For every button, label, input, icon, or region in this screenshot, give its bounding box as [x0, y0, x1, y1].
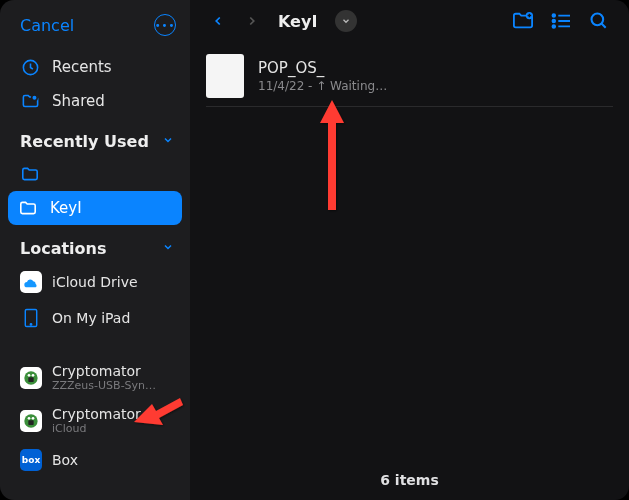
- location-sublabel: iCloud: [52, 422, 141, 435]
- svg-point-10: [28, 417, 31, 420]
- svg-point-13: [552, 14, 555, 17]
- folder-icon: [20, 164, 40, 184]
- location-label: Cryptomator: [52, 363, 156, 379]
- file-meta: 11/4/22 - ↑ Waiting…: [258, 79, 387, 93]
- box-icon: box: [20, 449, 42, 471]
- new-folder-button[interactable]: [509, 11, 537, 31]
- sidebar-item-recents[interactable]: Recents: [0, 50, 190, 84]
- search-button[interactable]: [585, 11, 613, 31]
- location-sublabel: ZZZeus-USB-Syn…: [52, 379, 156, 392]
- svg-line-20: [602, 24, 606, 28]
- chevron-down-icon: [162, 134, 174, 149]
- sidebar-item-label: Shared: [52, 92, 105, 110]
- section-header-recently-used[interactable]: Recently Used: [0, 118, 190, 157]
- svg-point-7: [32, 374, 35, 377]
- back-button[interactable]: [206, 11, 230, 31]
- list-view-button[interactable]: [547, 12, 575, 30]
- sidebar-item-label: KeyI: [50, 199, 82, 217]
- location-cryptomator-2[interactable]: Cryptomator iCloud: [0, 399, 190, 442]
- section-header-locations[interactable]: Locations: [0, 225, 190, 264]
- sidebar-item-shared[interactable]: Shared: [0, 84, 190, 118]
- location-label: Box: [52, 452, 78, 468]
- location-label: Cryptomator: [52, 406, 141, 422]
- file-name: POP_OS_: [258, 59, 387, 77]
- location-box[interactable]: box Box: [0, 442, 190, 478]
- location-on-my-ipad[interactable]: On My iPad: [0, 300, 190, 336]
- sidebar-item-folder-empty[interactable]: [0, 157, 190, 191]
- location-cryptomator-1[interactable]: Cryptomator ZZZeus-USB-Syn…: [0, 356, 190, 399]
- breadcrumb-title: KeyI: [278, 12, 317, 31]
- cryptomator-icon: [20, 367, 42, 389]
- folder-icon: [18, 198, 38, 218]
- ipad-icon: [20, 307, 42, 329]
- svg-point-19: [592, 14, 604, 26]
- svg-rect-9: [28, 420, 33, 425]
- chevron-down-icon: [162, 241, 174, 256]
- shared-folder-icon: [20, 91, 40, 111]
- svg-point-1: [31, 95, 37, 101]
- location-icloud-drive[interactable]: iCloud Drive: [0, 264, 190, 300]
- cancel-button[interactable]: Cancel: [20, 16, 74, 35]
- forward-button: [240, 11, 264, 31]
- sidebar-item-keyi[interactable]: KeyI: [8, 191, 182, 225]
- svg-point-17: [552, 25, 555, 28]
- cryptomator-icon: [20, 410, 42, 432]
- sidebar-item-label: Recents: [52, 58, 112, 76]
- clock-icon: [20, 57, 40, 77]
- more-options-button[interactable]: •••: [154, 14, 176, 36]
- breadcrumb-dropdown[interactable]: [335, 10, 357, 32]
- icloud-icon: [20, 271, 42, 293]
- location-label: iCloud Drive: [52, 274, 138, 290]
- svg-rect-5: [28, 377, 33, 382]
- file-row[interactable]: POP_OS_ 11/4/22 - ↑ Waiting…: [206, 46, 613, 107]
- item-count: 6 items: [190, 460, 629, 500]
- location-label: On My iPad: [52, 310, 130, 326]
- document-icon: [206, 54, 244, 98]
- svg-point-3: [30, 324, 31, 325]
- svg-point-6: [28, 374, 31, 377]
- svg-point-15: [552, 20, 555, 23]
- svg-point-11: [32, 417, 35, 420]
